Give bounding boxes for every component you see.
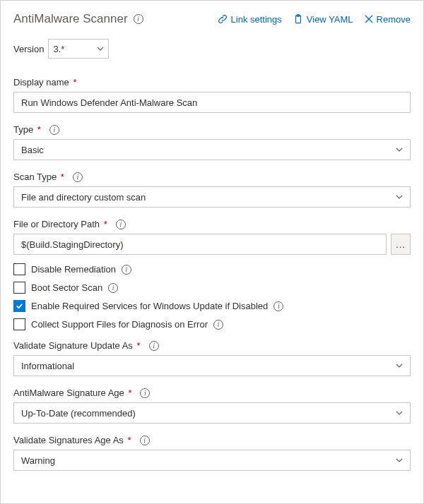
enable-services-checkbox[interactable] <box>13 300 25 312</box>
info-icon[interactable]: i <box>49 125 59 135</box>
display-name-label: Display name * <box>13 77 76 88</box>
collect-support-checkbox[interactable] <box>13 318 25 330</box>
link-settings-label: Link settings <box>231 14 282 25</box>
clipboard-icon <box>293 14 303 24</box>
remove-button[interactable]: Remove <box>365 14 411 25</box>
view-yaml-label: View YAML <box>307 14 353 25</box>
sig-age-value: Up-To-Date (recommended) <box>21 408 136 419</box>
info-icon[interactable]: i <box>140 388 150 398</box>
sig-age-select[interactable]: Up-To-Date (recommended) <box>13 402 411 424</box>
path-label: File or Directory Path * <box>13 219 107 229</box>
validate-sig-update-label: Validate Signature Update As * <box>13 340 141 351</box>
info-icon[interactable]: i <box>213 320 223 330</box>
chevron-down-icon <box>396 148 403 152</box>
chevron-down-icon <box>396 458 403 462</box>
collect-support-label: Collect Support Files for Diagnosis on E… <box>31 319 208 330</box>
info-icon[interactable]: i <box>116 220 126 229</box>
type-label: Type * <box>13 124 41 135</box>
info-icon[interactable]: i <box>149 341 159 351</box>
svg-rect-0 <box>295 16 300 23</box>
display-name-field: Display name * <box>13 77 411 113</box>
disable-remediation-label: Disable Remediation <box>31 264 116 275</box>
boot-sector-checkbox[interactable] <box>13 282 25 294</box>
validate-sig-age-select[interactable]: Warning <box>13 450 411 471</box>
link-icon <box>218 14 228 24</box>
info-icon[interactable]: i <box>108 283 118 293</box>
info-icon[interactable]: i <box>73 172 83 182</box>
scan-type-label: Scan Type * <box>13 172 64 182</box>
disable-remediation-checkbox[interactable] <box>13 263 25 275</box>
version-label: Version <box>13 44 44 54</box>
type-field: Type * i Basic <box>13 124 411 160</box>
enable-services-label: Enable Required Services for Windows Upd… <box>31 301 268 311</box>
view-yaml-button[interactable]: View YAML <box>293 14 353 25</box>
version-row: Version 3.* <box>13 39 411 59</box>
header: AntiMalware Scanner i Link settings View… <box>13 12 411 26</box>
collect-support-row: Collect Support Files for Diagnosis on E… <box>13 318 411 330</box>
type-value: Basic <box>21 145 44 155</box>
chevron-down-icon <box>396 364 403 368</box>
close-icon <box>365 15 373 23</box>
sig-age-field: AntiMalware Signature Age * i Up-To-Date… <box>13 388 411 424</box>
scan-type-field: Scan Type * i File and directory custom … <box>13 172 411 208</box>
boot-sector-row: Boot Sector Scan i <box>13 282 411 294</box>
remove-label: Remove <box>377 14 411 25</box>
link-settings-button[interactable]: Link settings <box>218 14 282 25</box>
path-browse-button[interactable]: ... <box>391 234 411 255</box>
path-input[interactable] <box>13 234 387 255</box>
validate-sig-update-select[interactable]: Informational <box>13 355 411 376</box>
enable-services-row: Enable Required Services for Windows Upd… <box>13 300 411 312</box>
display-name-input[interactable] <box>13 92 411 113</box>
info-icon[interactable]: i <box>122 265 131 275</box>
validate-sig-age-label: Validate Signatures Age As * <box>13 435 131 445</box>
info-icon[interactable]: i <box>273 301 283 311</box>
header-actions: Link settings View YAML Remove <box>218 14 411 25</box>
boot-sector-label: Boot Sector Scan <box>31 282 102 293</box>
validate-sig-age-value: Warning <box>21 455 55 466</box>
validate-sig-update-field: Validate Signature Update As * i Informa… <box>13 340 411 376</box>
version-value: 3.* <box>53 44 64 54</box>
info-icon[interactable]: i <box>140 436 150 445</box>
task-settings-panel: AntiMalware Scanner i Link settings View… <box>0 0 424 504</box>
sig-age-label: AntiMalware Signature Age * <box>13 388 131 398</box>
chevron-down-icon <box>97 47 104 51</box>
chevron-down-icon <box>396 411 403 415</box>
type-select[interactable]: Basic <box>13 139 411 160</box>
page-title: AntiMalware Scanner <box>13 12 128 26</box>
path-field: File or Directory Path * i ... <box>13 219 411 255</box>
disable-remediation-row: Disable Remediation i <box>13 263 411 275</box>
options-checkbox-group: Disable Remediation i Boot Sector Scan i… <box>13 263 411 330</box>
validate-sig-age-field: Validate Signatures Age As * i Warning <box>13 435 411 471</box>
validate-sig-update-value: Informational <box>21 361 74 371</box>
scan-type-select[interactable]: File and directory custom scan <box>13 186 411 208</box>
info-icon[interactable]: i <box>134 14 143 24</box>
scan-type-value: File and directory custom scan <box>21 192 146 203</box>
version-select[interactable]: 3.* <box>48 39 109 59</box>
chevron-down-icon <box>396 195 403 199</box>
